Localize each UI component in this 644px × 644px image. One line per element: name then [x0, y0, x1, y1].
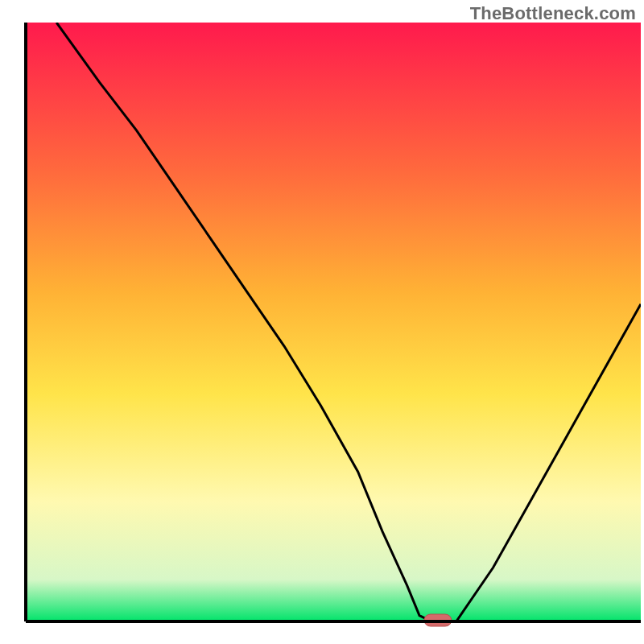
chart-svg — [0, 0, 644, 644]
bottleneck-chart: TheBottleneck.com — [0, 0, 644, 644]
plot-background — [26, 23, 641, 621]
watermark-text: TheBottleneck.com — [470, 3, 636, 24]
